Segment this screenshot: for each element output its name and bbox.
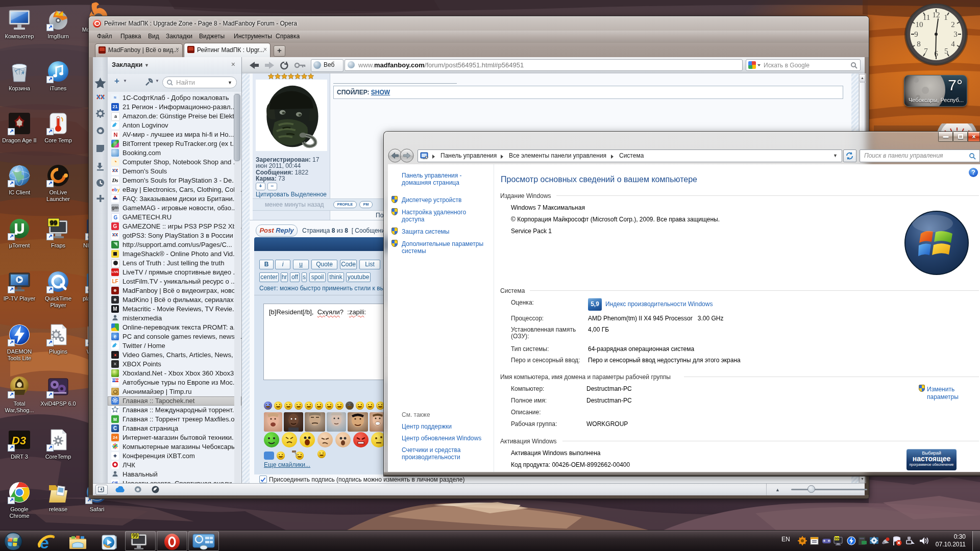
svg-text:99: 99 xyxy=(835,537,839,540)
svg-text:99: 99 xyxy=(50,219,57,227)
svg-text:1: 1 xyxy=(944,13,948,21)
svg-text:11: 11 xyxy=(923,13,930,21)
svg-text:8: 8 xyxy=(917,40,921,48)
svg-text:10: 10 xyxy=(916,20,923,29)
svg-text:99: 99 xyxy=(132,533,138,539)
svg-text:9: 9 xyxy=(914,30,918,38)
svg-text:3: 3 xyxy=(953,30,958,38)
svg-text:4: 4 xyxy=(951,40,955,48)
svg-text:2: 2 xyxy=(951,20,955,29)
